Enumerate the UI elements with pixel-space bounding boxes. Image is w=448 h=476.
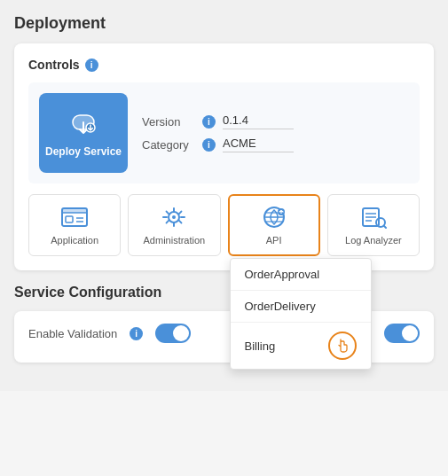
service-item-administration[interactable]: Administration <box>128 194 220 256</box>
build-toggle[interactable] <box>384 324 420 343</box>
dropdown-item-orderdelivery[interactable]: OrderDelivery <box>231 291 371 323</box>
svg-line-20 <box>383 226 386 229</box>
dropdown-item-billing[interactable]: Billing <box>231 323 371 369</box>
deploy-row: Deploy Service Version i 0.1.4 Category … <box>28 82 420 183</box>
log-analyzer-label: Log Analyzer <box>345 235 402 246</box>
deployment-title: Deployment <box>14 14 434 33</box>
controls-card: Controls i Deploy Service Version i 0. <box>14 43 434 270</box>
enable-validation-label: Enable Validation <box>28 327 117 340</box>
enable-validation-toggle[interactable] <box>155 324 191 343</box>
api-dropdown-menu: OrderApproval OrderDelivery Billing <box>230 258 372 370</box>
application-icon <box>60 205 89 230</box>
service-item-api[interactable]: API OrderApproval OrderDelivery Billing <box>228 194 320 256</box>
category-value: ACME <box>223 137 294 152</box>
page-container: Deployment Controls i Deploy Service Ver… <box>0 0 448 391</box>
svg-point-9 <box>172 215 176 219</box>
enable-validation-row: Enable Validation i <box>28 324 191 343</box>
deploy-service-label: Deploy Service <box>45 145 122 158</box>
service-item-log-analyzer[interactable]: Log Analyzer <box>327 194 420 256</box>
administration-icon <box>160 205 188 230</box>
hand-cursor-icon <box>334 338 350 354</box>
category-row: Category i ACME <box>142 137 409 152</box>
controls-header: Controls i <box>28 58 420 72</box>
service-grid-wrapper: Application Administration <box>28 194 420 256</box>
version-label: Version <box>142 115 195 129</box>
service-grid: Application Administration <box>28 194 420 256</box>
version-info-icon[interactable]: i <box>202 115 216 129</box>
billing-label: Billing <box>245 339 276 353</box>
deploy-service-button[interactable]: Deploy Service <box>39 93 128 173</box>
service-item-application[interactable]: Application <box>28 194 121 256</box>
fields-container: Version i 0.1.4 Category i ACME <box>142 113 409 152</box>
controls-info-icon[interactable]: i <box>85 59 98 72</box>
category-label: Category <box>142 138 195 152</box>
enable-validation-info-icon[interactable]: i <box>130 327 143 340</box>
deploy-icon <box>67 108 99 140</box>
dropdown-item-orderapproval[interactable]: OrderApproval <box>231 259 371 291</box>
category-info-icon[interactable]: i <box>202 138 216 152</box>
controls-label: Controls <box>28 58 80 72</box>
orderapproval-label: OrderApproval <box>245 268 320 281</box>
version-value: 0.1.4 <box>223 113 294 129</box>
administration-label: Administration <box>144 235 206 246</box>
svg-rect-5 <box>66 216 73 222</box>
orderdelivery-label: OrderDelivery <box>245 300 316 313</box>
log-analyzer-icon <box>359 205 388 230</box>
version-row: Version i 0.1.4 <box>142 113 409 129</box>
api-label: API <box>266 235 282 246</box>
api-icon <box>260 205 288 230</box>
cursor-icon <box>328 332 357 360</box>
application-label: Application <box>51 235 98 246</box>
